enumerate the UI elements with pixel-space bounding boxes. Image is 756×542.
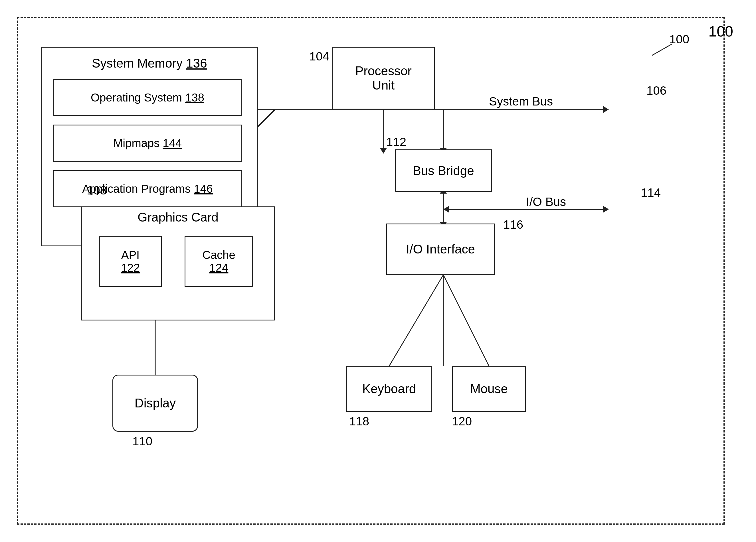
app-programs-box: Application Programs 146	[53, 170, 242, 207]
svg-marker-4	[380, 148, 387, 154]
graphics-card-label: Graphics Card	[138, 210, 219, 225]
mipmaps-box: Mipmaps 144	[53, 125, 242, 162]
ref-116-label: 116	[503, 218, 523, 232]
operating-system-box: Operating System 138	[53, 79, 242, 116]
api-box: API 122	[99, 236, 162, 287]
keyboard-box: Keyboard	[346, 366, 432, 412]
processor-unit-box: Processor Unit	[332, 47, 435, 110]
svg-marker-11	[443, 206, 449, 213]
svg-marker-10	[603, 206, 609, 213]
svg-line-23	[652, 44, 672, 55]
system-memory-label: System Memory 136	[92, 56, 207, 70]
ref-118-label: 118	[349, 414, 369, 428]
cache-box: Cache 124	[185, 236, 253, 287]
svg-marker-1	[603, 106, 609, 113]
ref-112-label: 112	[386, 135, 406, 149]
bus-bridge-box: Bus Bridge	[395, 149, 492, 192]
ref-100-arrow	[644, 41, 678, 58]
svg-line-17	[389, 275, 443, 366]
display-box: Display	[112, 375, 198, 432]
ref-106-label: 106	[646, 84, 666, 98]
io-interface-box: I/O Interface	[386, 224, 495, 275]
io-bus-label: I/O Bus	[526, 195, 566, 209]
ref-104-label: 104	[309, 50, 329, 63]
ref-108-label: 108	[87, 184, 107, 197]
ref-110-label: 110	[132, 434, 152, 448]
main-ref-label: 100	[708, 23, 733, 40]
graphics-card-box: Graphics Card API 122 Cache 124	[81, 207, 275, 320]
ref-120-label: 120	[452, 414, 472, 428]
mouse-box: Mouse	[452, 366, 526, 412]
diagram-container: 100 System Memory 136 Operating System 1…	[17, 17, 725, 525]
svg-line-19	[443, 275, 489, 366]
ref-114-label: 114	[641, 186, 661, 200]
system-bus-label: System Bus	[489, 95, 553, 108]
